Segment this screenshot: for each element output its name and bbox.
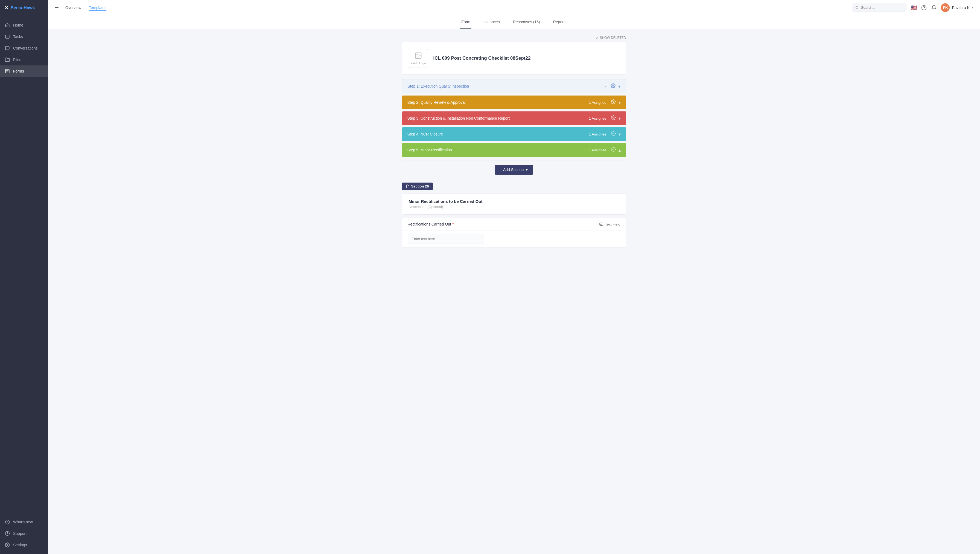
form-header-card: + Add Logo ICL 009 Post Concreting Check… bbox=[402, 42, 626, 75]
step-row-4[interactable]: Step 4: NCR Closure 1 Assignee ▾ bbox=[402, 127, 626, 141]
sidebar-item-whats-new[interactable]: What's new bbox=[0, 516, 48, 528]
sidebar-item-support[interactable]: Support bbox=[0, 528, 48, 539]
step5-actions: ▴ bbox=[611, 147, 621, 153]
sidebar-item-files[interactable]: Files bbox=[0, 54, 48, 65]
svg-point-19 bbox=[612, 85, 614, 86]
step5-collapse-button[interactable]: ▴ bbox=[619, 147, 621, 153]
svg-point-12 bbox=[7, 544, 8, 546]
step4-assignee: 1 Assignee bbox=[589, 132, 606, 136]
field-type-1: Text Field bbox=[599, 222, 620, 227]
step-row-5[interactable]: Step 5: Minor Rectification 1 Assignee ▴ bbox=[402, 143, 626, 157]
sidebar: ✕ SenseHawk Home Tasks Conversations Fil… bbox=[0, 0, 48, 554]
step2-settings-button[interactable] bbox=[611, 99, 616, 105]
content-area: Form Instances Responses (16) Reports SH… bbox=[48, 15, 980, 554]
svg-point-13 bbox=[856, 6, 858, 8]
sidebar-item-tasks[interactable]: Tasks bbox=[0, 31, 48, 42]
user-chevron: ▾ bbox=[972, 6, 974, 9]
step5-assignee: 1 Assignee bbox=[589, 148, 606, 152]
step2-actions: ▾ bbox=[611, 99, 621, 105]
step4-expand-button[interactable]: ▾ bbox=[619, 132, 621, 137]
section-card-body: Minor Rectifications to be Carried Out D… bbox=[402, 193, 626, 214]
sidebar-item-forms[interactable]: Forms bbox=[0, 65, 48, 77]
step-row-3[interactable]: Step 3: Construction & Installation Non … bbox=[402, 112, 626, 125]
support-icon bbox=[5, 531, 10, 536]
logo-placeholder[interactable]: + Add Logo bbox=[409, 49, 428, 68]
topbar-right: 🇺🇸 PK Pavithra K ▾ bbox=[852, 3, 974, 12]
svg-point-18 bbox=[417, 54, 418, 55]
tab-templates[interactable]: Templates bbox=[89, 5, 107, 11]
home-icon bbox=[5, 23, 10, 28]
field-name-1: Rectifications Carried Out* bbox=[408, 222, 599, 227]
section-doc-icon bbox=[406, 185, 410, 188]
step1-label: Step 1: Execution Quality Inspection bbox=[408, 84, 605, 88]
step4-actions: ▾ bbox=[611, 131, 621, 137]
step1-settings-button[interactable] bbox=[611, 83, 616, 89]
add-section-bar: + Add Section ▾ bbox=[402, 160, 626, 179]
step-row-1[interactable]: Step 1: Execution Quality Inspection - ▾ bbox=[402, 79, 626, 93]
text-field-icon bbox=[599, 222, 603, 227]
sidebar-item-conversations[interactable]: Conversations bbox=[0, 42, 48, 54]
section-header: Section 26 bbox=[402, 182, 626, 190]
search-icon bbox=[855, 6, 859, 10]
svg-point-20 bbox=[612, 101, 614, 103]
form-title: ICL 009 Post Concreting Checklist 08Sept… bbox=[433, 56, 531, 61]
avatar: PK bbox=[941, 3, 950, 12]
step1-dash: - bbox=[605, 84, 606, 88]
step1-expand-button[interactable]: ▾ bbox=[618, 84, 620, 89]
field-row-1: Rectifications Carried Out* Text Field bbox=[402, 218, 626, 247]
required-indicator: * bbox=[452, 222, 453, 227]
step2-assignee: 1 Assignee bbox=[589, 101, 606, 105]
forms-icon bbox=[5, 69, 10, 73]
flag-icon: 🇺🇸 bbox=[911, 5, 917, 11]
step3-assignee: 1 Assignee bbox=[589, 117, 606, 120]
section-description: Description (Optional) bbox=[409, 205, 619, 209]
tab-responses[interactable]: Responses (16) bbox=[512, 15, 541, 29]
section-title: Minor Rectifications to be Carried Out bbox=[409, 199, 619, 204]
sidebar-nav: Home Tasks Conversations Files Forms bbox=[0, 16, 48, 512]
step3-settings-button[interactable] bbox=[611, 115, 616, 121]
step3-label: Step 3: Construction & Installation Non … bbox=[407, 116, 589, 120]
whats-new-icon bbox=[5, 519, 10, 524]
tab-instances[interactable]: Instances bbox=[482, 15, 501, 29]
tab-form[interactable]: Form bbox=[460, 15, 471, 29]
image-icon bbox=[415, 52, 422, 59]
user-badge[interactable]: PK Pavithra K ▾ bbox=[941, 3, 974, 12]
section-card-title: Minor Rectifications to be Carried Out D… bbox=[402, 193, 626, 215]
field-header-1: Rectifications Carried Out* Text Field bbox=[402, 218, 626, 230]
tab-overview[interactable]: Overview bbox=[65, 5, 81, 11]
topbar: ☰ Overview Templates 🇺🇸 PK Pavithra K ▾ bbox=[48, 0, 980, 15]
main-content: ☰ Overview Templates 🇺🇸 PK Pavithra K ▾ … bbox=[48, 0, 980, 554]
add-section-button[interactable]: + Add Section ▾ bbox=[495, 165, 533, 175]
bell-icon[interactable] bbox=[931, 5, 937, 10]
sidebar-item-home[interactable]: Home bbox=[0, 19, 48, 31]
section-badge[interactable]: Section 26 bbox=[402, 182, 433, 190]
step3-expand-button[interactable]: ▾ bbox=[619, 116, 621, 121]
sidebar-item-settings[interactable]: Settings bbox=[0, 539, 48, 551]
search-box[interactable] bbox=[852, 3, 907, 11]
logo-icon: ✕ bbox=[5, 5, 8, 11]
field-text-input-1[interactable] bbox=[408, 234, 484, 244]
step2-expand-button[interactable]: ▾ bbox=[619, 100, 621, 105]
svg-point-23 bbox=[612, 149, 614, 150]
sidebar-bottom: What's new Support Settings bbox=[0, 512, 48, 554]
page-body: SHOW DELETED + Add Logo ICL 009 Post Con… bbox=[391, 29, 637, 257]
tab-reports[interactable]: Reports bbox=[552, 15, 568, 29]
conversations-icon bbox=[5, 46, 10, 51]
field-input-area-1 bbox=[402, 230, 626, 247]
search-input[interactable] bbox=[861, 5, 903, 10]
files-icon bbox=[5, 57, 10, 62]
step-row-2[interactable]: Step 2: Quality Review & Approval 1 Assi… bbox=[402, 96, 626, 109]
show-deleted-button[interactable]: SHOW DELETED bbox=[595, 36, 626, 40]
step3-actions: ▾ bbox=[611, 115, 621, 121]
settings-icon bbox=[5, 543, 10, 548]
help-icon[interactable] bbox=[921, 5, 927, 10]
step4-settings-button[interactable] bbox=[611, 131, 616, 137]
step5-settings-button[interactable] bbox=[611, 147, 616, 153]
step4-label: Step 4: NCR Closure bbox=[407, 132, 589, 136]
step2-label: Step 2: Quality Review & Approval bbox=[407, 100, 589, 105]
menu-icon[interactable]: ☰ bbox=[54, 5, 59, 11]
topbar-nav-tabs: Overview Templates bbox=[65, 5, 107, 11]
logo-text: SenseHawk bbox=[11, 5, 35, 10]
svg-point-22 bbox=[612, 133, 614, 134]
tasks-icon bbox=[5, 34, 10, 39]
